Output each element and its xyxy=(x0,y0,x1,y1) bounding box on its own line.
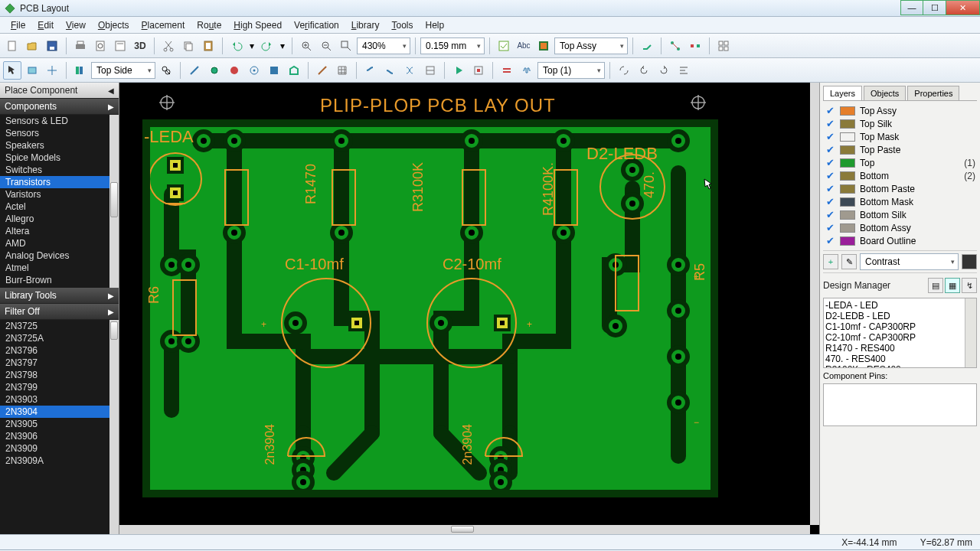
category-item[interactable]: Spice Models xyxy=(0,152,119,164)
layer-check-icon[interactable]: ✔ xyxy=(825,170,835,181)
categories-scrollbar[interactable] xyxy=(110,182,118,217)
route-manual-icon[interactable] xyxy=(638,37,656,55)
panelize-icon[interactable] xyxy=(714,37,733,55)
grid-icon[interactable] xyxy=(333,61,351,80)
pcb-canvas[interactable]: PLIP-PLOP PCB LAY OUT xyxy=(129,83,810,525)
assy-combo[interactable]: Top Assy xyxy=(554,37,628,54)
category-item[interactable]: Altera xyxy=(0,225,119,237)
part-item[interactable]: 2N3909 xyxy=(0,442,119,455)
layer-check-icon[interactable]: ✔ xyxy=(825,144,835,155)
net-colors-icon[interactable] xyxy=(686,37,704,55)
part-item[interactable]: 2N3796 xyxy=(0,344,119,357)
layer-row[interactable]: ✔Bottom Mask xyxy=(823,195,977,208)
component-pins-box[interactable] xyxy=(823,383,977,426)
layer-swatch[interactable] xyxy=(840,171,855,181)
zoom-in-icon[interactable] xyxy=(297,37,315,55)
text-tool-icon[interactable]: Abc xyxy=(514,37,533,55)
place-line-icon[interactable] xyxy=(185,61,204,80)
layer-check-icon[interactable]: ✔ xyxy=(825,105,835,116)
category-item[interactable]: Analog Devices xyxy=(0,249,119,262)
contrast-color-button[interactable] xyxy=(962,254,977,269)
minimize-button[interactable]: — xyxy=(900,0,923,15)
layer-row[interactable]: ✔Top(1) xyxy=(823,156,977,169)
play-icon[interactable] xyxy=(449,61,468,80)
redo-icon[interactable] xyxy=(258,37,276,55)
category-item[interactable]: Atmel xyxy=(0,262,119,274)
layer-swatch[interactable] xyxy=(840,236,855,246)
part-item[interactable]: 2N3725 xyxy=(0,320,119,332)
print-icon[interactable] xyxy=(71,37,90,55)
category-item[interactable]: Speakers xyxy=(0,139,119,152)
canvas-vscroll[interactable] xyxy=(810,83,819,525)
layer-check-icon[interactable]: ✔ xyxy=(825,157,835,168)
layer-check-icon[interactable]: ✔ xyxy=(825,235,835,246)
layer-row[interactable]: ✔Board Outline xyxy=(823,234,977,247)
part-item[interactable]: 2N3904 xyxy=(0,406,119,418)
undo-icon[interactable] xyxy=(227,37,246,55)
3d-button[interactable]: 3D xyxy=(131,37,149,55)
dm-item[interactable]: 470. - RES400 xyxy=(825,354,975,364)
mirror-h-icon[interactable] xyxy=(615,61,633,80)
layer-swatch[interactable] xyxy=(840,106,855,116)
layer-check-icon[interactable]: ✔ xyxy=(825,131,835,142)
layer-combo[interactable]: Top (1) xyxy=(537,62,605,79)
zoom-out-icon[interactable] xyxy=(317,37,335,55)
arrow-tool-icon[interactable] xyxy=(3,61,21,80)
menu-tools[interactable]: Tools xyxy=(385,18,419,32)
measure-icon[interactable] xyxy=(313,61,332,80)
menu-objects[interactable]: Objects xyxy=(92,18,136,32)
diff-pair-icon[interactable] xyxy=(498,61,516,80)
ratsnest-icon[interactable] xyxy=(666,37,684,55)
undo-drop[interactable]: ▾ xyxy=(247,37,256,55)
category-item[interactable]: Switches xyxy=(0,164,119,176)
layer-check-icon[interactable]: ✔ xyxy=(825,183,835,194)
layer-check-icon[interactable]: ✔ xyxy=(825,118,835,129)
place-component-hdr[interactable]: Place Component◀ xyxy=(0,83,119,99)
menu-route[interactable]: Route xyxy=(191,18,227,32)
zoom-window-icon[interactable] xyxy=(337,37,355,55)
menu-placement[interactable]: Placement xyxy=(136,18,191,32)
preview-icon[interactable] xyxy=(91,37,109,55)
layer-check-icon[interactable]: ✔ xyxy=(825,209,835,220)
place-via-icon[interactable] xyxy=(205,61,224,80)
menu-view[interactable]: View xyxy=(60,18,92,32)
layer-row[interactable]: ✔Bottom Paste xyxy=(823,182,977,195)
length-tune-icon[interactable] xyxy=(518,61,536,80)
layer-row[interactable]: ✔Bottom Assy xyxy=(823,221,977,234)
filter-hdr[interactable]: Filter Off▶ xyxy=(0,304,119,320)
category-item[interactable]: Sensors xyxy=(0,127,119,139)
layer-row[interactable]: ✔Top Silk xyxy=(823,117,977,130)
dm-item[interactable]: C2-10mf - CAP300RP xyxy=(825,332,975,343)
layer-swatch[interactable] xyxy=(840,197,855,207)
layer-row[interactable]: ✔Bottom(2) xyxy=(823,169,977,182)
category-item[interactable]: Burr-Brown xyxy=(0,274,119,286)
close-button[interactable]: ✕ xyxy=(946,0,980,15)
dm-item[interactable]: R1470 - RES400 xyxy=(825,343,975,354)
menu-file[interactable]: File xyxy=(5,18,31,32)
contrast-combo[interactable]: Contrast xyxy=(860,253,959,270)
route-a-icon[interactable] xyxy=(361,61,380,80)
category-item[interactable]: Allegro xyxy=(0,213,119,225)
dm-item[interactable]: R3100K - RES400 xyxy=(825,364,975,368)
menu-library[interactable]: Library xyxy=(345,18,386,32)
dm-mode-1[interactable]: ▤ xyxy=(928,278,943,293)
place-pad-icon[interactable] xyxy=(225,61,243,80)
layer-row[interactable]: ✔Top Paste xyxy=(823,143,977,156)
open-icon[interactable] xyxy=(23,37,41,55)
layer-swatch[interactable] xyxy=(840,210,855,220)
part-item[interactable]: 2N3909A xyxy=(0,455,119,467)
parts-scrollbar[interactable] xyxy=(110,321,118,340)
cut-icon[interactable] xyxy=(159,37,178,55)
drc-icon[interactable] xyxy=(495,37,513,55)
redo-drop[interactable]: ▾ xyxy=(278,37,287,55)
layer-swatch[interactable] xyxy=(840,132,855,142)
layer-colors-icon[interactable] xyxy=(71,61,90,80)
library-tools-hdr[interactable]: Library Tools▶ xyxy=(0,288,119,304)
tab-layers[interactable]: Layers xyxy=(823,86,862,100)
route-c-icon[interactable] xyxy=(401,61,420,80)
menu-help[interactable]: Help xyxy=(419,18,450,32)
canvas-hscroll[interactable] xyxy=(119,525,810,534)
layer-row[interactable]: ✔Top Assy xyxy=(823,104,977,117)
place-target-icon[interactable] xyxy=(245,61,263,80)
part-item[interactable]: 2N3797 xyxy=(0,357,119,369)
